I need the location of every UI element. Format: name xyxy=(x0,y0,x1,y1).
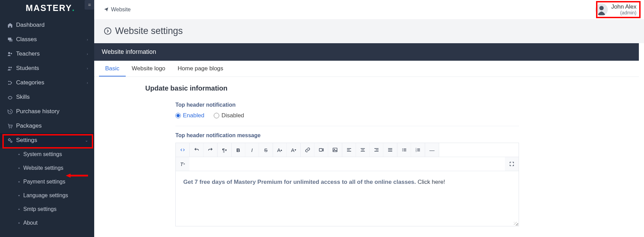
strike-icon[interactable]: S xyxy=(259,143,273,157)
svg-point-5 xyxy=(10,67,12,68)
image-icon[interactable] xyxy=(328,143,342,157)
sidebar-item-settings[interactable]: Settings ⌄ xyxy=(0,133,94,147)
fullscreen-icon[interactable] xyxy=(505,157,519,171)
radio-group-notif: Enabled Disabled xyxy=(175,112,519,126)
italic-icon[interactable]: I xyxy=(245,143,259,157)
home-icon xyxy=(5,22,15,28)
sidebar-item-purchase-history[interactable]: Purchase history xyxy=(0,104,94,119)
svg-text:3: 3 xyxy=(416,151,417,152)
page-title: Website settings xyxy=(115,26,183,36)
align-left-icon[interactable] xyxy=(342,143,356,157)
chevron-right-icon: › xyxy=(87,81,88,85)
svg-point-21 xyxy=(402,151,403,151)
submenu-label: System settings xyxy=(23,151,62,157)
main-area: Website John Alex (admin) Website settin… xyxy=(94,0,644,237)
paper-plane-icon xyxy=(104,7,109,13)
svg-point-12 xyxy=(11,141,12,142)
font-dec-icon[interactable]: A▾ xyxy=(287,143,300,157)
nav-label: Skills xyxy=(15,94,88,100)
field-top-header-msg: Top header notification message ¶▾ xyxy=(175,132,519,226)
user-name: John Alex xyxy=(611,4,636,10)
tab-basic[interactable]: Basic xyxy=(99,61,126,76)
chevron-right-icon: › xyxy=(87,66,88,70)
svg-rect-17 xyxy=(333,148,337,152)
submenu-about[interactable]: •About xyxy=(0,216,94,230)
tab-website-logo[interactable]: Website logo xyxy=(126,61,172,76)
brand-name: MASTERY xyxy=(26,3,72,13)
breadcrumb[interactable]: Website xyxy=(104,7,131,13)
clear-format-icon[interactable]: T× xyxy=(176,157,189,171)
bold-icon[interactable]: B xyxy=(232,143,245,157)
svg-point-10 xyxy=(11,128,12,128)
panel-header: Website information xyxy=(94,43,639,61)
undo-icon[interactable] xyxy=(190,143,203,157)
submenu-system-settings[interactable]: •System settings xyxy=(0,147,94,161)
tab-home-page-blogs[interactable]: Home page blogs xyxy=(172,61,230,76)
radio-label: Enabled xyxy=(183,112,204,119)
bullet-icon: • xyxy=(15,221,23,226)
sidebar-item-teachers[interactable]: Teachers › xyxy=(0,47,94,61)
submenu-label: Smtp settings xyxy=(23,206,57,212)
code-view-icon[interactable] xyxy=(176,143,189,157)
svg-point-11 xyxy=(9,139,11,141)
tab-label: Website logo xyxy=(132,65,165,72)
arrow-circle-right-icon xyxy=(104,27,112,35)
svg-point-4 xyxy=(9,67,10,68)
svg-point-2 xyxy=(8,52,10,54)
list-ul-icon[interactable] xyxy=(397,143,411,157)
chevron-down-icon: ⌄ xyxy=(85,138,88,143)
packages-icon xyxy=(5,123,15,129)
user-role: (admin) xyxy=(611,10,636,15)
radio-disabled[interactable]: Disabled xyxy=(214,112,244,119)
nav-label: Dashboard xyxy=(15,22,88,28)
nav-label: Categories xyxy=(15,79,87,86)
list-ol-icon[interactable]: 123 xyxy=(411,143,425,157)
video-icon[interactable] xyxy=(314,143,328,157)
radio-input-disabled[interactable] xyxy=(214,113,219,118)
categories-icon xyxy=(5,80,15,86)
editor-text-link: Click here! xyxy=(418,179,445,185)
sidebar-item-students[interactable]: Students › xyxy=(0,61,94,75)
sidebar-collapse-toggle[interactable]: ≡ xyxy=(85,0,94,10)
link-icon[interactable] xyxy=(301,143,314,157)
field-label: Top header notification xyxy=(175,102,519,108)
svg-point-19 xyxy=(402,149,403,149)
svg-point-7 xyxy=(8,84,9,85)
form-area: Update basic information Top header noti… xyxy=(94,77,529,237)
submenu-label: About xyxy=(23,220,38,226)
submenu-label: Language settings xyxy=(23,192,68,199)
sidebar-item-skills[interactable]: Skills xyxy=(0,90,94,104)
submenu-smtp-settings[interactable]: •Smtp settings xyxy=(0,202,94,216)
bullet-icon: • xyxy=(15,193,23,198)
sidebar-item-dashboard[interactable]: Dashboard xyxy=(0,18,94,32)
submenu-label: Website settings xyxy=(23,165,63,171)
submenu-language-settings[interactable]: •Language settings xyxy=(0,189,94,202)
sidebar-item-classes[interactable]: Classes › xyxy=(0,32,94,47)
redo-icon[interactable] xyxy=(203,143,217,157)
editor-content[interactable]: Get 7 free days of Mastery Premium for u… xyxy=(176,171,519,226)
radio-input-enabled[interactable] xyxy=(175,113,181,118)
sidebar-item-packages[interactable]: Packages xyxy=(0,119,94,133)
hr-icon[interactable]: — xyxy=(425,143,439,157)
font-inc-icon[interactable]: A▴ xyxy=(273,143,287,157)
nav-label: Students xyxy=(15,65,87,72)
svg-point-9 xyxy=(9,128,10,128)
align-justify-icon[interactable] xyxy=(383,143,397,157)
avatar xyxy=(595,3,608,16)
user-menu[interactable]: John Alex (admin) xyxy=(595,3,636,16)
brand-dot: . xyxy=(72,3,75,13)
radio-enabled[interactable]: Enabled xyxy=(175,112,204,119)
paragraph-icon[interactable]: ¶▾ xyxy=(218,143,231,157)
submenu-payment-settings[interactable]: •Payment settings xyxy=(0,175,94,189)
brand-logo[interactable]: MASTERY. xyxy=(0,0,94,16)
students-icon xyxy=(5,65,15,71)
field-top-header-notif: Top header notification Enabled Disabled xyxy=(175,102,519,126)
nav-label: Purchase history xyxy=(15,108,88,115)
settings-icon xyxy=(5,137,15,143)
sidebar-item-categories[interactable]: Categories › xyxy=(0,75,94,90)
align-right-icon[interactable] xyxy=(370,143,383,157)
nav-label: Teachers xyxy=(15,50,87,57)
editor-toolbar-row1: ¶▾ B I S A▴ A▾ xyxy=(176,143,519,157)
submenu-website-settings[interactable]: •Website settings xyxy=(0,161,94,175)
align-center-icon[interactable] xyxy=(356,143,370,157)
